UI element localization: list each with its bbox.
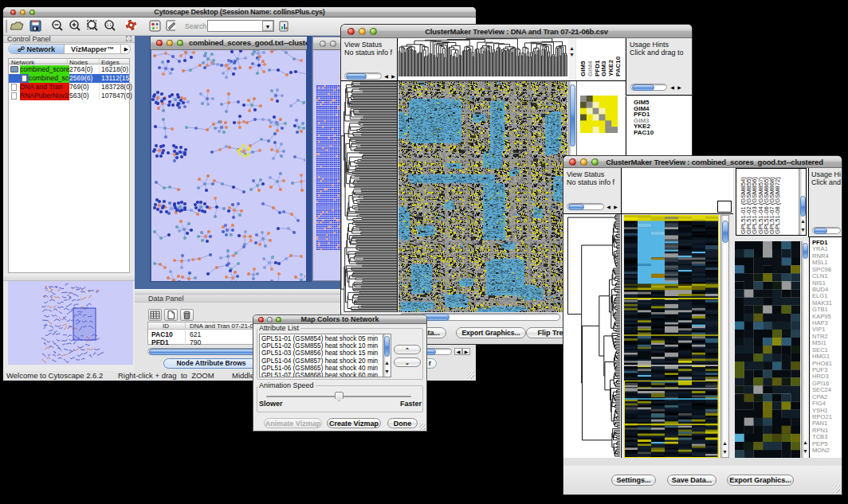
svg-text:1:1: 1:1 — [107, 23, 112, 27]
